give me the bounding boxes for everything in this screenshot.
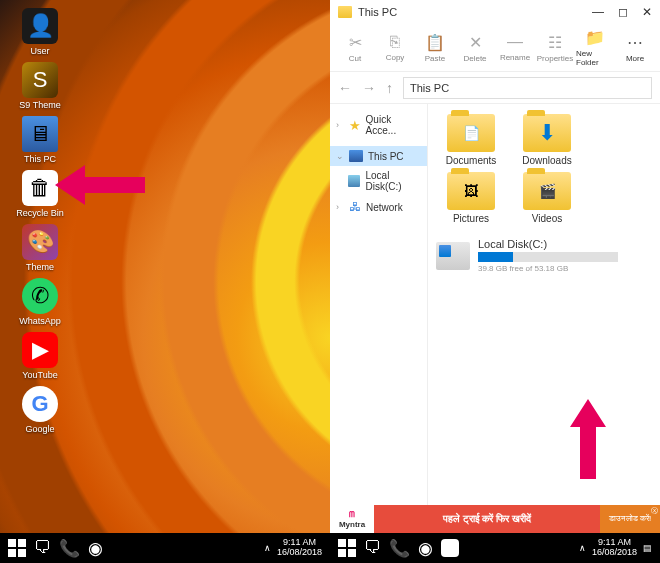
delete-button[interactable]: ✕Delete <box>456 33 494 63</box>
desktop-icon-user[interactable]: 👤User <box>10 8 70 56</box>
newfolder-button[interactable]: 📁New Folder <box>576 28 614 67</box>
icon-label: S9 Theme <box>19 100 60 110</box>
drive-usage-bar <box>478 252 618 262</box>
taskbar-apps: 🗨 📞 ◉ <box>338 538 459 559</box>
close-button[interactable]: ✕ <box>642 5 652 19</box>
icon-label: Theme <box>26 262 54 272</box>
folder-documents[interactable]: 📄Documents <box>436 114 506 166</box>
rename-button[interactable]: —Rename <box>496 33 534 62</box>
messages-icon[interactable]: 🗨 <box>34 538 51 558</box>
icon-label: YouTube <box>22 370 57 380</box>
desktop-icon-google[interactable]: GGoogle <box>10 386 70 434</box>
forward-button[interactable]: → <box>362 80 376 96</box>
desktop-icon-thispc[interactable]: 🖥This PC <box>10 116 70 164</box>
paste-icon: 📋 <box>425 33 445 52</box>
folder-videos[interactable]: 🎬Videos <box>512 172 582 224</box>
folder-pictures[interactable]: 🖼Pictures <box>436 172 506 224</box>
videos-icon: 🎬 <box>523 172 571 210</box>
copy-button[interactable]: ⎘Copy <box>376 33 414 62</box>
start-button[interactable] <box>338 539 356 557</box>
more-button[interactable]: ⋯More <box>616 33 654 63</box>
sidebar: ›★Quick Acce... ⌄This PC Local Disk(C:) … <box>330 104 428 563</box>
sidebar-item-localdisk[interactable]: Local Disk(C:) <box>330 166 427 196</box>
annotation-arrow-right <box>568 399 608 479</box>
properties-icon: ☷ <box>548 33 562 52</box>
sidebar-item-quickaccess[interactable]: ›★Quick Acce... <box>330 110 427 140</box>
ad-text-main: पहले ट्राई करें फिर खरीदें <box>374 505 600 533</box>
messages-icon[interactable]: 🗨 <box>364 538 381 558</box>
icon-label: This PC <box>24 154 56 164</box>
thispc-icon: 🖥 <box>22 116 58 152</box>
app-icon[interactable] <box>441 539 459 557</box>
minimize-button[interactable]: — <box>592 5 604 19</box>
desktop-icon-s9theme[interactable]: SS9 Theme <box>10 62 70 110</box>
taskbar-tray: ∧ 9:11 AM16/08/2018 ▤ <box>579 538 652 558</box>
sidebar-item-network[interactable]: ›🖧Network <box>330 196 427 218</box>
notifications-icon[interactable]: ▤ <box>643 543 652 553</box>
desktop-icon-whatsapp[interactable]: ✆WhatsApp <box>10 278 70 326</box>
toolbar: ✂Cut ⎘Copy 📋Paste ✕Delete —Rename ☷Prope… <box>330 24 660 72</box>
taskbar-clock[interactable]: 9:11 AM16/08/2018 <box>277 538 322 558</box>
documents-icon: 📄 <box>447 114 495 152</box>
start-button[interactable] <box>8 539 26 557</box>
drive-localdisk[interactable]: Local Disk(C:) 39.8 GB free of 53.18 GB <box>436 238 626 273</box>
taskbar-clock[interactable]: 9:11 AM16/08/2018 <box>592 538 637 558</box>
chrome-icon[interactable]: ◉ <box>418 538 433 559</box>
back-button[interactable]: ← <box>338 80 352 96</box>
copy-icon: ⎘ <box>390 33 400 51</box>
folder-downloads[interactable]: ⬇Downloads <box>512 114 582 166</box>
window-title: This PC <box>358 6 397 18</box>
drive-info: Local Disk(C:) 39.8 GB free of 53.18 GB <box>478 238 626 273</box>
drive-free-text: 39.8 GB free of 53.18 GB <box>478 264 626 273</box>
taskbar-tray: ∧ 9:11 AM16/08/2018 <box>264 538 322 558</box>
cut-button[interactable]: ✂Cut <box>336 33 374 63</box>
chevron-up-icon[interactable]: ∧ <box>264 543 271 553</box>
user-icon: 👤 <box>22 8 58 44</box>
drive-name: Local Disk(C:) <box>478 238 626 250</box>
properties-button[interactable]: ☷Properties <box>536 33 574 63</box>
network-icon: 🖧 <box>349 200 361 214</box>
svg-marker-0 <box>55 165 145 205</box>
ad-banner[interactable]: ᗰMyntra पहले ट्राई करें फिर खरीदें डाउनल… <box>330 505 660 533</box>
chevron-right-icon: › <box>336 202 344 212</box>
address-bar[interactable]: This PC <box>403 77 652 99</box>
ad-logo: ᗰMyntra <box>330 510 374 529</box>
delete-icon: ✕ <box>469 33 482 52</box>
chrome-icon[interactable]: ◉ <box>88 538 103 559</box>
explorer-body: ›★Quick Acce... ⌄This PC Local Disk(C:) … <box>330 104 660 563</box>
phone-icon[interactable]: 📞 <box>389 538 410 559</box>
pictures-icon: 🖼 <box>447 172 495 210</box>
nav-arrows: ← → ↑ <box>338 80 393 96</box>
chevron-up-icon[interactable]: ∧ <box>579 543 586 553</box>
sidebar-item-thispc[interactable]: ⌄This PC <box>330 146 427 166</box>
desktop-icon-theme[interactable]: 🎨Theme <box>10 224 70 272</box>
taskbar-apps: 🗨 📞 ◉ <box>8 538 103 559</box>
google-icon: G <box>22 386 58 422</box>
paste-button[interactable]: 📋Paste <box>416 33 454 63</box>
ad-close-icon[interactable]: ⓧ <box>651 506 658 516</box>
chevron-down-icon: ⌄ <box>336 151 344 161</box>
icon-label: User <box>30 46 49 56</box>
theme-icon: 🎨 <box>22 224 58 260</box>
window-controls: — ◻ ✕ <box>592 5 652 19</box>
downloads-icon: ⬇ <box>523 114 571 152</box>
whatsapp-icon: ✆ <box>22 278 58 314</box>
annotation-arrow-left <box>55 160 145 210</box>
desktop-icon-youtube[interactable]: ▶YouTube <box>10 332 70 380</box>
svg-marker-1 <box>570 399 606 479</box>
up-button[interactable]: ↑ <box>386 80 393 96</box>
disk-icon <box>348 175 360 187</box>
content-pane: 📄Documents ⬇Downloads 🖼Pictures 🎬Videos … <box>428 104 660 563</box>
desktop-icons-column: 👤User SS9 Theme 🖥This PC 🗑Recycle Bin 🎨T… <box>0 0 70 434</box>
more-icon: ⋯ <box>627 33 643 52</box>
maximize-button[interactable]: ◻ <box>618 5 628 19</box>
s9-icon: S <box>22 62 58 98</box>
chevron-right-icon: › <box>336 120 344 130</box>
desktop-left: 👤User SS9 Theme 🖥This PC 🗑Recycle Bin 🎨T… <box>0 0 330 563</box>
drive-icon <box>436 242 470 270</box>
phone-icon[interactable]: 📞 <box>59 538 80 559</box>
cut-icon: ✂ <box>349 33 362 52</box>
recyclebin-icon: 🗑 <box>22 170 58 206</box>
navbar: ← → ↑ This PC <box>330 72 660 104</box>
youtube-icon: ▶ <box>22 332 58 368</box>
